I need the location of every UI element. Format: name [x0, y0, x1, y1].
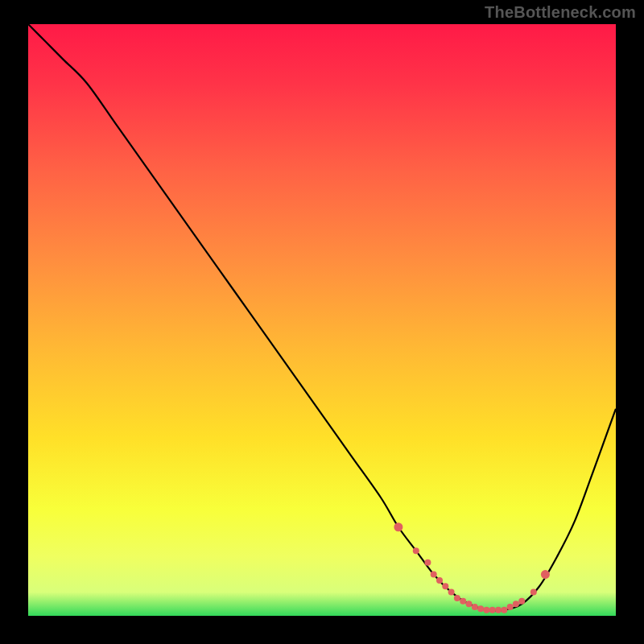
- highlight-dot: [424, 559, 431, 566]
- highlight-dot: [413, 547, 419, 554]
- highlight-dot: [454, 595, 460, 601]
- watermark-text: TheBottleneck.com: [485, 3, 636, 22]
- highlight-dot: [477, 605, 484, 612]
- gradient-background: [28, 24, 616, 616]
- highlight-dot: [489, 607, 496, 613]
- highlight-dot: [495, 607, 502, 613]
- highlight-dot: [541, 570, 550, 579]
- highlight-dot: [431, 572, 437, 578]
- highlight-dot: [518, 598, 525, 605]
- highlight-dot: [460, 598, 466, 605]
- plot-area: [28, 24, 616, 616]
- highlight-dot: [436, 577, 443, 584]
- chart-stage: TheBottleneck.com: [0, 0, 644, 644]
- highlight-dot: [513, 601, 519, 607]
- highlight-dot: [507, 604, 514, 610]
- highlight-dot: [483, 607, 489, 613]
- highlight-dot: [466, 601, 473, 607]
- bottleneck-plot: [28, 24, 616, 616]
- highlight-dot: [442, 583, 448, 589]
- highlight-dot: [448, 589, 455, 596]
- highlight-dot: [394, 522, 402, 531]
- highlight-dot: [530, 589, 537, 596]
- highlight-dot: [501, 607, 507, 613]
- highlight-dot: [472, 604, 478, 610]
